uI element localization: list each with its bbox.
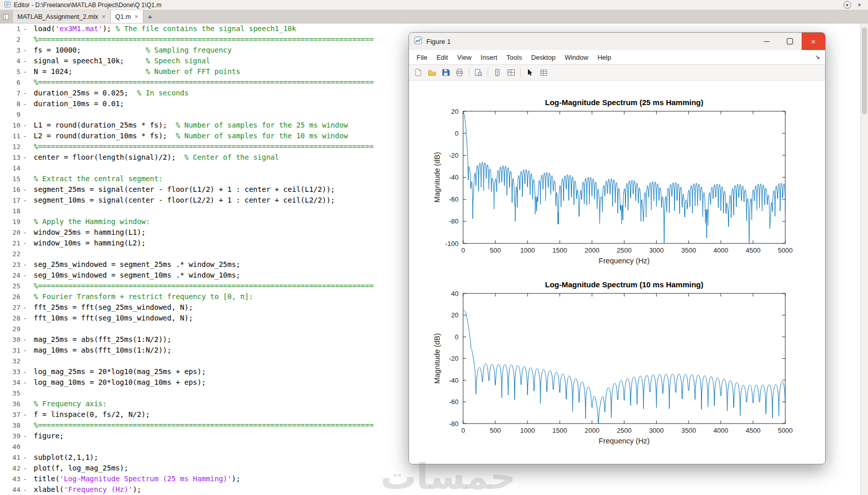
line-number[interactable]: 35	[5, 388, 20, 399]
line-number[interactable]: 31	[5, 345, 20, 356]
line-number[interactable]: 25	[5, 281, 20, 291]
breakpoint-dash[interactable]: -	[20, 120, 30, 131]
link-device-icon[interactable]	[491, 66, 503, 79]
line-number[interactable]: 2	[5, 34, 20, 45]
new-tab-button[interactable]: +	[143, 10, 157, 23]
line-number[interactable]: 33	[5, 366, 20, 377]
dock-figure-icon[interactable]	[815, 54, 821, 63]
breakpoint-dash[interactable]	[20, 77, 30, 88]
editor-dropdown-icon[interactable]: ▾	[842, 1, 852, 9]
line-number[interactable]: 1	[5, 23, 20, 34]
line-number[interactable]: 41	[5, 452, 20, 463]
breakpoint-dash[interactable]: -	[20, 334, 30, 345]
breakpoint-dash[interactable]: -	[20, 259, 30, 270]
line-number[interactable]: 18	[5, 206, 20, 216]
breakpoint-dash[interactable]: -	[20, 184, 30, 195]
menu-window[interactable]: Window	[560, 54, 593, 61]
line-number[interactable]: 23	[5, 259, 20, 270]
line-number[interactable]: 5	[5, 66, 20, 77]
save-icon[interactable]	[440, 66, 452, 79]
editor-scrollbar[interactable]	[860, 10, 868, 495]
line-number[interactable]: 38	[5, 420, 20, 431]
line-number[interactable]: 39	[5, 431, 20, 441]
breakpoint-dash[interactable]: -	[20, 345, 30, 356]
breakpoint-dash[interactable]	[20, 249, 30, 259]
print-preview-icon[interactable]	[472, 66, 485, 79]
breakpoint-dash[interactable]: -	[20, 88, 30, 98]
line-number[interactable]: 7	[5, 88, 20, 98]
menu-insert[interactable]: Insert	[476, 54, 502, 61]
line-number[interactable]: 17	[5, 195, 20, 206]
breakpoint-dash[interactable]: -	[20, 431, 30, 441]
open-file-icon[interactable]	[426, 66, 438, 79]
line-number[interactable]: 6	[5, 77, 20, 88]
breakpoint-dash[interactable]: -	[20, 313, 30, 324]
breakpoint-dash[interactable]	[20, 34, 30, 45]
breakpoint-dash[interactable]: -	[20, 463, 30, 474]
breakpoint-dash[interactable]: -	[20, 23, 30, 34]
breakpoint-dash[interactable]: -	[20, 270, 30, 281]
panel-toggle-icon[interactable]	[0, 10, 13, 23]
print-icon[interactable]	[453, 66, 466, 79]
line-number[interactable]: 20	[5, 227, 20, 238]
breakpoint-dash[interactable]: -	[20, 98, 30, 109]
breakpoint-dash[interactable]	[20, 141, 30, 152]
property-inspector-icon[interactable]	[538, 66, 550, 79]
tab-close-icon[interactable]: ×	[102, 13, 106, 20]
pointer-icon[interactable]	[524, 66, 536, 79]
line-number[interactable]: 34	[5, 377, 20, 388]
line-number[interactable]: 24	[5, 270, 20, 281]
tab-matlab_assignment_2.mlx[interactable]: MATLAB_Assignment_2.mlx×	[13, 10, 111, 23]
breakpoint-dash[interactable]: -	[20, 366, 30, 377]
line-number[interactable]: 44	[5, 484, 20, 495]
breakpoint-dash[interactable]	[20, 206, 30, 216]
minimize-button[interactable]	[755, 33, 778, 50]
line-number[interactable]: 28	[5, 313, 20, 324]
menu-tools[interactable]: Tools	[502, 54, 526, 61]
breakpoint-dash[interactable]: -	[20, 152, 30, 163]
line-number[interactable]: 29	[5, 324, 20, 334]
breakpoint-dash[interactable]: -	[20, 227, 30, 238]
line-number[interactable]: 37	[5, 409, 20, 420]
line-number[interactable]: 27	[5, 302, 20, 313]
line-number[interactable]: 40	[5, 441, 20, 452]
menu-help[interactable]: Help	[593, 54, 616, 61]
line-number[interactable]: 19	[5, 216, 20, 227]
line-number[interactable]: 14	[5, 163, 20, 174]
breakpoint-dash[interactable]	[20, 291, 30, 302]
menu-desktop[interactable]: Desktop	[526, 54, 560, 61]
line-number[interactable]: 36	[5, 399, 20, 409]
line-number[interactable]: 10	[5, 120, 20, 131]
line-number[interactable]: 11	[5, 131, 20, 141]
breakpoint-dash[interactable]: -	[20, 66, 30, 77]
breakpoint-dash[interactable]	[20, 441, 30, 452]
breakpoint-dash[interactable]: -	[20, 56, 30, 66]
breakpoint-dash[interactable]	[20, 399, 30, 409]
line-number[interactable]: 21	[5, 238, 20, 249]
line-number[interactable]: 30	[5, 334, 20, 345]
breakpoint-dash[interactable]	[20, 420, 30, 431]
breakpoint-dash[interactable]	[20, 109, 30, 120]
insert-layout-icon[interactable]	[505, 66, 517, 79]
line-number[interactable]: 3	[5, 45, 20, 56]
breakpoint-dash[interactable]: -	[20, 377, 30, 388]
breakpoint-dash[interactable]: -	[20, 302, 30, 313]
line-number[interactable]: 42	[5, 463, 20, 474]
tab-close-icon[interactable]: ×	[134, 13, 138, 20]
line-number[interactable]: 15	[5, 174, 20, 184]
breakpoint-dash[interactable]: -	[20, 484, 30, 495]
breakpoint-dash[interactable]: -	[20, 452, 30, 463]
line-number[interactable]: 22	[5, 249, 20, 259]
line-number[interactable]: 13	[5, 152, 20, 163]
breakpoint-dash[interactable]: -	[20, 238, 30, 249]
breakpoint-dash[interactable]	[20, 356, 30, 366]
breakpoint-dash[interactable]: -	[20, 474, 30, 484]
breakpoint-dash[interactable]: -	[20, 195, 30, 206]
editor-close-icon[interactable]: ×	[855, 1, 864, 9]
maximize-button[interactable]	[778, 33, 802, 50]
breakpoint-dash[interactable]	[20, 216, 30, 227]
menu-file[interactable]: File	[412, 54, 432, 61]
breakpoint-dash[interactable]	[20, 324, 30, 334]
menu-edit[interactable]: Edit	[432, 54, 452, 61]
new-figure-icon[interactable]	[412, 66, 424, 79]
